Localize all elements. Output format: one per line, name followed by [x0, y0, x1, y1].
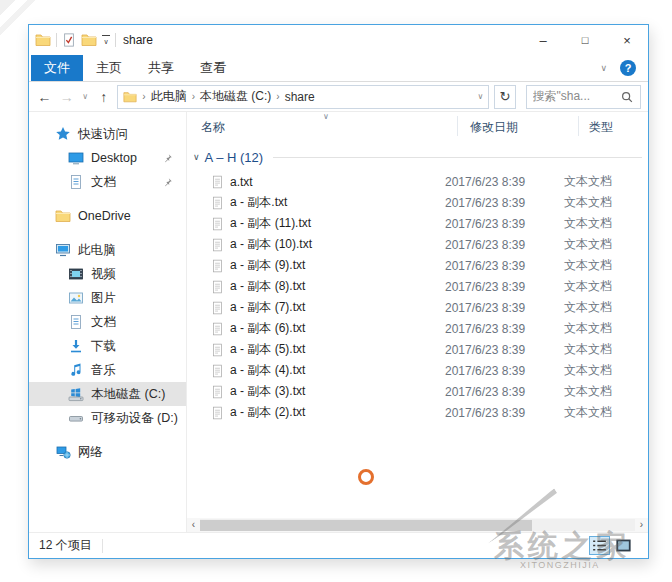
text-file-icon [211, 237, 224, 253]
file-date: 2017/6/23 8:39 [445, 322, 564, 336]
address-dropdown-icon[interactable]: ∨ [477, 92, 483, 101]
column-separator[interactable] [457, 116, 458, 136]
sidebar-item--c-[interactable]: 本地磁盘 (C:) [29, 382, 186, 406]
file-row[interactable]: a - 副本 (3).txt 2017/6/23 8:39 文本文档 [187, 381, 648, 402]
group-header[interactable]: ∨ A – H (12) [187, 145, 648, 169]
sidebar-item--[interactable]: 网络 [29, 440, 186, 464]
window-controls: – □ × [522, 25, 648, 55]
window-folder-icon [35, 32, 51, 48]
sidebar-item--[interactable]: 音乐 [29, 358, 186, 382]
file-date: 2017/6/23 8:39 [445, 301, 564, 315]
scroll-left-icon[interactable]: ‹ [187, 518, 200, 532]
details-view-button[interactable] [589, 536, 610, 555]
text-file-icon [211, 174, 224, 190]
file-type: 文本文档 [564, 236, 612, 253]
file-date: 2017/6/23 8:39 [445, 406, 564, 420]
sidebar-item--[interactable]: 文档 [29, 310, 186, 334]
group-label: A – H (12) [205, 150, 264, 165]
column-header-类型[interactable]: 类型 [589, 119, 613, 136]
breadcrumb-segment[interactable]: 此电脑 [151, 88, 187, 105]
history-dropdown-icon[interactable]: ∨ [80, 92, 90, 101]
file-row[interactable]: a - 副本 (7).txt 2017/6/23 8:39 文本文档 [187, 297, 648, 318]
sidebar-item-desktop[interactable]: Desktop [29, 146, 186, 170]
column-header-修改日期[interactable]: 修改日期 [470, 119, 518, 136]
sidebar-item--[interactable]: 文档 [29, 170, 186, 194]
qat-separator [115, 33, 116, 47]
sort-indicator-icon[interactable]: ∨ [323, 112, 329, 121]
sidebar-item--d-[interactable]: 可移动设备 (D:) [29, 406, 186, 430]
qat-dropdown-icon[interactable]: ∨ [102, 35, 110, 45]
close-button[interactable]: × [606, 25, 648, 55]
breadcrumb-segment[interactable]: share [285, 90, 315, 104]
sidebar-item--[interactable]: 视频 [29, 262, 186, 286]
text-file-icon [211, 405, 224, 421]
sidebar-item--[interactable]: 下载 [29, 334, 186, 358]
file-row[interactable]: a - 副本 (10).txt 2017/6/23 8:39 文本文档 [187, 234, 648, 255]
file-type: 文本文档 [564, 362, 612, 379]
explorer-window: ∨ share – □ × 文件主页共享查看 ∨ ? ← → ∨ ↑ [28, 24, 649, 559]
network-icon [55, 444, 71, 460]
crumb-separator-icon[interactable]: › [192, 91, 195, 102]
scroll-right-icon[interactable]: › [635, 518, 648, 532]
text-file-icon [211, 216, 224, 232]
breadcrumb-segment[interactable]: 本地磁盘 (C:) [200, 88, 271, 105]
sidebar-item-label: 网络 [78, 444, 103, 461]
ribbon-tab-item[interactable]: 共享 [135, 55, 187, 81]
sidebar-item--[interactable]: 快速访问 [29, 122, 186, 146]
status-bar: 12 个项目 [29, 532, 648, 558]
sidebar-item-label: 可移动设备 (D:) [91, 410, 178, 427]
column-separator[interactable] [578, 116, 579, 136]
file-date: 2017/6/23 8:39 [445, 280, 564, 294]
text-file-icon [211, 342, 224, 358]
up-icon[interactable]: ↑ [95, 89, 112, 105]
title-bar[interactable]: ∨ share – □ × [29, 25, 648, 55]
text-file-icon [211, 321, 224, 337]
file-row[interactable]: a - 副本 (11).txt 2017/6/23 8:39 文本文档 [187, 213, 648, 234]
loading-spinner [358, 469, 374, 485]
column-header-名称[interactable]: 名称 [201, 119, 225, 136]
ribbon-collapse-icon[interactable]: ∨ [600, 63, 607, 73]
file-row[interactable]: a - 副本 (2).txt 2017/6/23 8:39 文本文档 [187, 402, 648, 423]
group-collapse-icon[interactable]: ∨ [193, 152, 200, 162]
search-input[interactable]: 搜索"sha... [526, 85, 642, 109]
horizontal-scrollbar[interactable]: ‹ › [187, 518, 648, 532]
ribbon-tab-file-active[interactable]: 文件 [31, 55, 83, 81]
file-row[interactable]: a - 副本.txt 2017/6/23 8:39 文本文档 [187, 192, 648, 213]
file-name: a - 副本.txt [230, 194, 445, 211]
picture-icon [68, 290, 84, 306]
help-icon[interactable]: ? [620, 60, 636, 76]
file-type: 文本文档 [564, 404, 612, 421]
file-row[interactable]: a - 副本 (5).txt 2017/6/23 8:39 文本文档 [187, 339, 648, 360]
sidebar-item-onedrive[interactable]: OneDrive [29, 204, 186, 228]
back-icon[interactable]: ← [36, 89, 53, 105]
scrollbar-track[interactable] [200, 519, 635, 531]
search-placeholder: 搜索"sha... [533, 88, 617, 105]
properties-check-icon[interactable] [62, 33, 76, 47]
ribbon-tab-item[interactable]: 主页 [83, 55, 135, 81]
thumbnails-view-button[interactable] [613, 536, 634, 555]
text-file-icon [211, 363, 224, 379]
file-date: 2017/6/23 8:39 [445, 175, 564, 189]
maximize-button[interactable]: □ [564, 25, 606, 55]
file-row[interactable]: a - 副本 (8).txt 2017/6/23 8:39 文本文档 [187, 276, 648, 297]
forward-icon[interactable]: → [58, 89, 75, 105]
breadcrumb[interactable]: › 此电脑›本地磁盘 (C:)›share ∨ [117, 85, 489, 109]
file-row[interactable]: a.txt 2017/6/23 8:39 文本文档 [187, 171, 648, 192]
sidebar-item--[interactable]: 此电脑 [29, 238, 186, 262]
file-row[interactable]: a - 副本 (9).txt 2017/6/23 8:39 文本文档 [187, 255, 648, 276]
disk-icon [68, 410, 84, 426]
file-name: a - 副本 (3).txt [230, 383, 445, 400]
minimize-button[interactable]: – [522, 25, 564, 55]
file-row[interactable]: a - 副本 (4).txt 2017/6/23 8:39 文本文档 [187, 360, 648, 381]
ribbon-tab-item[interactable]: 查看 [187, 55, 239, 81]
new-folder-icon[interactable] [81, 32, 97, 48]
file-row[interactable]: a - 副本 (6).txt 2017/6/23 8:39 文本文档 [187, 318, 648, 339]
column-headers: ∨ 名称修改日期类型 [187, 112, 648, 140]
video-icon [68, 266, 84, 282]
scrollbar-thumb[interactable] [200, 520, 532, 531]
crumb-separator-icon[interactable]: › [276, 91, 279, 102]
crumb-separator-icon: › [142, 91, 145, 102]
refresh-icon[interactable]: ↻ [494, 85, 515, 109]
monitor-icon [68, 150, 84, 166]
sidebar-item--[interactable]: 图片 [29, 286, 186, 310]
